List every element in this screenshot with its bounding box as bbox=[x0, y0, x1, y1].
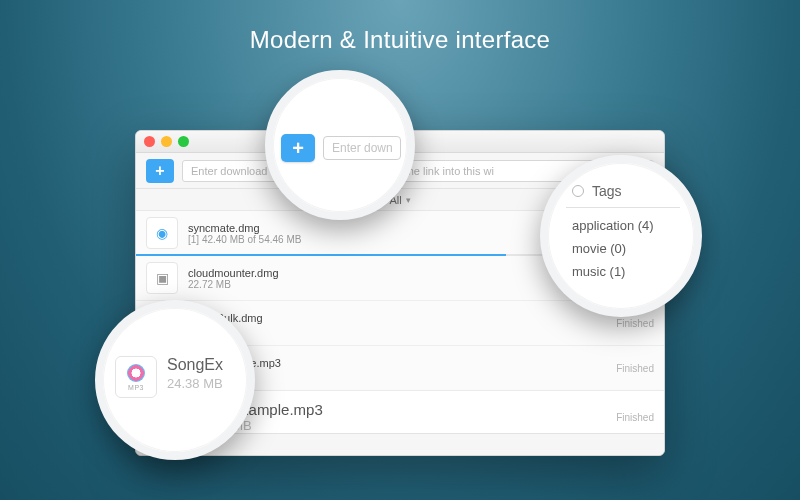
magnifier-tags: Tags application (4) movie (0) music (1) bbox=[540, 155, 702, 317]
file-status: Finished bbox=[616, 412, 654, 423]
disk-icon: ◉ bbox=[146, 217, 178, 249]
add-download-button[interactable]: + bbox=[146, 159, 174, 183]
tag-ring-icon bbox=[572, 185, 584, 197]
magnifier-add: + Enter down bbox=[265, 70, 415, 220]
tag-item[interactable]: movie (0) bbox=[548, 237, 694, 260]
chevron-down-icon: ▾ bbox=[406, 195, 411, 205]
tags-header: Tags bbox=[592, 183, 622, 199]
mp3-thumb-icon: MP3 bbox=[115, 356, 157, 398]
mp3-badge: MP3 bbox=[128, 384, 144, 391]
file-name: PhotoBulk.dmg bbox=[188, 312, 606, 324]
minimize-icon[interactable] bbox=[161, 136, 172, 147]
url-input-zoom[interactable]: Enter down bbox=[323, 136, 401, 160]
magnifier-song: MP3 SongEx 24.38 MB bbox=[95, 300, 255, 460]
hero-title: Modern & Intuitive interface bbox=[0, 0, 800, 54]
song-size: 24.38 MB bbox=[167, 376, 223, 391]
close-icon[interactable] bbox=[144, 136, 155, 147]
file-name: SongExample.mp3 bbox=[196, 401, 606, 418]
tag-item[interactable]: application (4) bbox=[548, 214, 694, 237]
disk-icon: ▣ bbox=[146, 262, 178, 294]
file-sub: 4.2 MB bbox=[188, 324, 606, 335]
file-sub: 24.38 MB bbox=[196, 418, 606, 433]
add-download-button-zoom[interactable]: + bbox=[281, 134, 315, 162]
zoom-icon[interactable] bbox=[178, 136, 189, 147]
divider bbox=[566, 207, 680, 208]
song-title: SongEx bbox=[167, 356, 223, 374]
file-status: Finished bbox=[616, 318, 654, 329]
file-status: Finished bbox=[616, 363, 654, 374]
tag-item[interactable]: music (1) bbox=[548, 260, 694, 283]
